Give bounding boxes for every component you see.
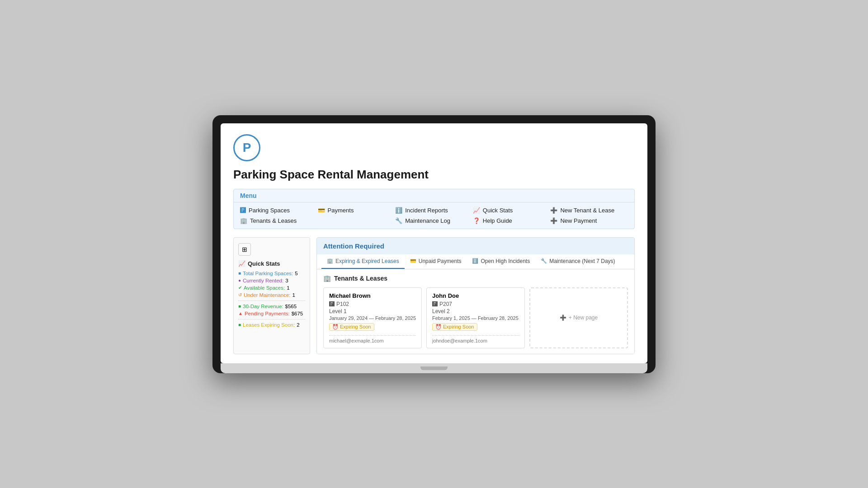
maintenance-log-label: Maintenance Log — [405, 217, 450, 224]
tabs-row: 🏢 Expiring & Expired Leases 💳 Unpaid Pay… — [317, 254, 634, 269]
tenant-email-0: michael@exmaple.1com — [329, 338, 416, 343]
menu-col-1: 🅿 Parking Spaces 🏢 Tenants & Leases — [240, 207, 318, 224]
new-page-card[interactable]: ➕ + New page — [529, 287, 628, 348]
tab-open-incidents[interactable]: ℹ️ Open High Incidents — [467, 254, 535, 269]
incident-reports-icon: ℹ️ — [395, 207, 402, 214]
new-page-plus-icon: ➕ — [560, 314, 566, 321]
laptop-notch — [420, 366, 448, 370]
stat-available: ✔ Available Spaces: 1 — [238, 285, 305, 291]
total-spaces-icon: ■ — [238, 271, 241, 276]
menu-col-3: ℹ️ Incident Reports 🔧 Maintenance Log — [395, 207, 473, 224]
tenant-level-0: Level 1 — [329, 308, 416, 314]
expiring-badge-0: ⏰ Expiring Soon — [329, 323, 374, 331]
maintenance-tab-label: Maintenance (Next 7 Days) — [549, 258, 615, 264]
space-icon-0: 🅿 — [329, 301, 335, 307]
menu-item-payments[interactable]: 💳 Payments — [318, 207, 396, 214]
stat-total-spaces: ■ Total Parking Spaces: 5 — [238, 271, 305, 276]
laptop-base — [221, 363, 647, 373]
tenant-dates-0: January 29, 2024 — February 28, 2025 — [329, 315, 416, 321]
help-guide-icon: ❓ — [473, 217, 480, 224]
tab-maintenance[interactable]: 🔧 Maintenance (Next 7 Days) — [535, 254, 620, 269]
main-content: ⊞ 📈 Quick Stats ■ Total Parking Spaces: … — [233, 237, 635, 354]
tenants-leases-icon: 🏢 — [240, 217, 247, 224]
card-divider-1 — [432, 335, 519, 336]
section-title-row: 🏢 Tenants & Leases — [323, 275, 628, 282]
stat-rented: ● Currently Rented: 3 — [238, 278, 305, 283]
panel-content: 🏢 Tenants & Leases Michael Brown 🅿 P102 — [317, 269, 634, 354]
payments-icon: 💳 — [318, 207, 325, 214]
leases-icon: ■ — [238, 322, 241, 327]
new-payment-icon: ➕ — [550, 217, 557, 224]
expiring-badge-icon-0: ⏰ — [332, 324, 339, 330]
right-panel: Attention Required 🏢 Expiring & Expired … — [316, 237, 635, 354]
expiring-tab-icon: 🏢 — [327, 258, 333, 264]
maintenance-icon: ↺ — [238, 292, 242, 297]
expiring-tab-label: Expiring & Expired Leases — [335, 258, 399, 264]
tenant-name-0: Michael Brown — [329, 292, 416, 299]
rented-icon: ● — [238, 278, 241, 283]
tenant-card-0: Michael Brown 🅿 P102 Level 1 January 29,… — [323, 287, 422, 348]
stat-leases: ■ Leases Expiring Soon: 2 — [238, 322, 305, 328]
stat-pending: ▲ Pending Payments: $675 — [238, 311, 305, 316]
tenant-email-1: johndoe@example.1com — [432, 338, 519, 343]
pending-icon: ▲ — [238, 311, 243, 316]
new-payment-label: New Payment — [560, 217, 597, 224]
section-title: Tenants & Leases — [334, 275, 387, 282]
sidebar-icon-row: ⊞ — [238, 243, 305, 256]
card-divider-0 — [329, 335, 416, 336]
new-tenant-lease-icon: ➕ — [550, 207, 557, 214]
menu-grid: 🅿 Parking Spaces 🏢 Tenants & Leases 💳 Pa… — [234, 202, 634, 229]
new-page-label: + New page — [569, 314, 598, 321]
incidents-tab-icon: ℹ️ — [472, 258, 478, 264]
tab-expiring-leases[interactable]: 🏢 Expiring & Expired Leases — [321, 254, 405, 269]
menu-item-parking-spaces[interactable]: 🅿 Parking Spaces — [240, 207, 318, 214]
menu-item-maintenance-log[interactable]: 🔧 Maintenance Log — [395, 217, 473, 224]
menu-item-incident-reports[interactable]: ℹ️ Incident Reports — [395, 207, 473, 214]
tenant-level-1: Level 2 — [432, 308, 519, 314]
tab-unpaid-payments[interactable]: 💳 Unpaid Payments — [405, 254, 467, 269]
stat-revenue: ■ 30-Day Revenue: $565 — [238, 304, 305, 309]
revenue-icon: ■ — [238, 304, 241, 309]
unpaid-tab-icon: 💳 — [410, 258, 416, 264]
tenant-dates-1: February 1, 2025 — February 28, 2025 — [432, 315, 519, 321]
section-icon: 🏢 — [323, 275, 331, 282]
tenant-cards-row: Michael Brown 🅿 P102 Level 1 January 29,… — [323, 287, 628, 348]
stat-maintenance: ↺ Under Maintenance: 1 — [238, 292, 305, 298]
tenant-space-0: 🅿 P102 — [329, 301, 416, 307]
parking-spaces-icon: 🅿 — [240, 207, 246, 214]
app-logo: P — [233, 134, 260, 161]
quick-stats-label: Quick Stats — [483, 207, 513, 214]
tenant-name-1: John Doe — [432, 292, 519, 299]
expiring-badge-1: ⏰ Expiring Soon — [432, 323, 477, 331]
tenants-leases-label: Tenants & Leases — [250, 217, 297, 224]
quick-stats-sidebar-title: 📈 Quick Stats — [238, 260, 305, 267]
menu-col-5: ➕ New Tenant & Lease ➕ New Payment — [550, 207, 628, 224]
menu-item-new-tenant-lease[interactable]: ➕ New Tenant & Lease — [550, 207, 628, 214]
incidents-tab-label: Open High Incidents — [481, 258, 530, 264]
logo-area: P — [233, 134, 635, 161]
menu-section: Menu 🅿 Parking Spaces 🏢 Tenants & Leases — [233, 189, 635, 229]
tenant-card-1: John Doe 🅿 P207 Level 2 February 1, 2025… — [426, 287, 525, 348]
unpaid-tab-label: Unpaid Payments — [419, 258, 462, 264]
incident-reports-label: Incident Reports — [405, 207, 448, 214]
menu-item-quick-stats[interactable]: 📈 Quick Stats — [473, 207, 551, 214]
divider-1 — [238, 300, 305, 301]
tenant-space-1: 🅿 P207 — [432, 301, 519, 307]
parking-spaces-label: Parking Spaces — [249, 207, 290, 214]
sidebar: ⊞ 📈 Quick Stats ■ Total Parking Spaces: … — [233, 237, 310, 354]
menu-heading: Menu — [234, 189, 634, 202]
app-title: Parking Space Rental Management — [233, 168, 635, 182]
maintenance-log-icon: 🔧 — [395, 217, 402, 224]
menu-col-2: 💳 Payments — [318, 207, 396, 224]
attention-header: Attention Required — [317, 238, 634, 254]
quick-stats-chart-icon: 📈 — [238, 260, 245, 267]
divider-2 — [238, 319, 305, 319]
payments-label: Payments — [328, 207, 354, 214]
menu-item-tenants-leases[interactable]: 🏢 Tenants & Leases — [240, 217, 318, 224]
quick-stats-icon: 📈 — [473, 207, 480, 214]
space-icon-1: 🅿 — [432, 301, 438, 307]
menu-item-help-guide[interactable]: ❓ Help Guide — [473, 217, 551, 224]
help-guide-label: Help Guide — [483, 217, 512, 224]
menu-item-new-payment[interactable]: ➕ New Payment — [550, 217, 628, 224]
maintenance-tab-icon: 🔧 — [541, 258, 547, 264]
